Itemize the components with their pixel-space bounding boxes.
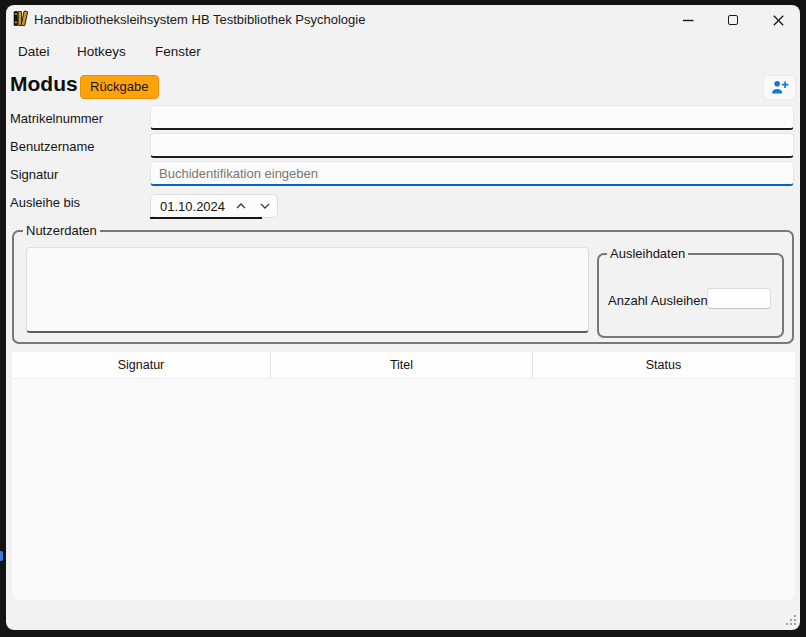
chevron-up-icon — [236, 203, 246, 209]
column-header-titel[interactable]: Titel — [271, 352, 533, 378]
nutzerdaten-textarea[interactable] — [26, 247, 589, 333]
benutzername-label: Benutzername — [10, 139, 95, 154]
resize-grip-icon — [784, 613, 798, 627]
ausleihdaten-legend: Ausleihdaten — [607, 246, 688, 261]
mode-badge: Rückgabe — [80, 75, 159, 99]
title-bar[interactable]: Handbibliotheksleihsystem HB Testbibliot… — [6, 5, 800, 37]
benutzername-field[interactable] — [150, 133, 794, 158]
minimize-button[interactable] — [674, 8, 702, 32]
desktop-frame: Handbibliotheksleihsystem HB Testbibliot… — [0, 0, 806, 637]
maximize-button[interactable] — [719, 8, 747, 32]
mode-title: Modus — [10, 72, 78, 96]
table-body-empty — [12, 379, 795, 600]
ausleihe-bis-label: Ausleihe bis — [10, 195, 80, 210]
menu-item-datei[interactable]: Datei — [18, 44, 50, 59]
date-step-up-button[interactable] — [229, 196, 253, 216]
nutzerdaten-legend: Nutzerdaten — [23, 223, 100, 238]
table-header-row: Signatur Titel Status — [12, 352, 795, 379]
add-user-button[interactable] — [763, 75, 796, 100]
app-window: Handbibliotheksleihsystem HB Testbibliot… — [6, 5, 800, 630]
window-title: Handbibliotheksleihsystem HB Testbibliot… — [34, 12, 365, 27]
column-header-signatur[interactable]: Signatur — [12, 352, 271, 378]
resize-grip[interactable] — [784, 613, 798, 630]
menu-bar: Datei Hotkeys Fenster — [6, 41, 800, 65]
ausleihdaten-groupbox: Ausleihdaten Anzahl Ausleihen — [597, 253, 784, 338]
matrikelnummer-label: Matrikelnummer — [10, 111, 103, 126]
signatur-label: Signatur — [10, 167, 58, 182]
chevron-down-icon — [260, 203, 270, 209]
anzahl-ausleihen-field[interactable] — [707, 288, 771, 309]
loans-table: Signatur Titel Status — [12, 352, 795, 600]
maximize-icon — [728, 15, 738, 25]
close-icon — [773, 15, 784, 26]
close-button[interactable] — [764, 8, 792, 32]
ausleihe-bis-date-spinner[interactable]: 01.10.2024 — [150, 194, 278, 218]
date-value[interactable]: 01.10.2024 — [151, 199, 229, 214]
anzahl-ausleihen-label: Anzahl Ausleihen — [608, 293, 708, 308]
date-step-down-button[interactable] — [253, 196, 277, 216]
column-header-status[interactable]: Status — [533, 352, 794, 378]
books-icon — [13, 10, 30, 27]
signatur-field[interactable] — [150, 161, 794, 186]
minimize-icon — [683, 19, 694, 22]
menu-item-hotkeys[interactable]: Hotkeys — [77, 44, 126, 59]
person-add-icon — [770, 80, 789, 95]
edge-accent-indicator — [0, 551, 3, 561]
menu-item-fenster[interactable]: Fenster — [155, 44, 201, 59]
matrikelnummer-field[interactable] — [150, 105, 794, 130]
